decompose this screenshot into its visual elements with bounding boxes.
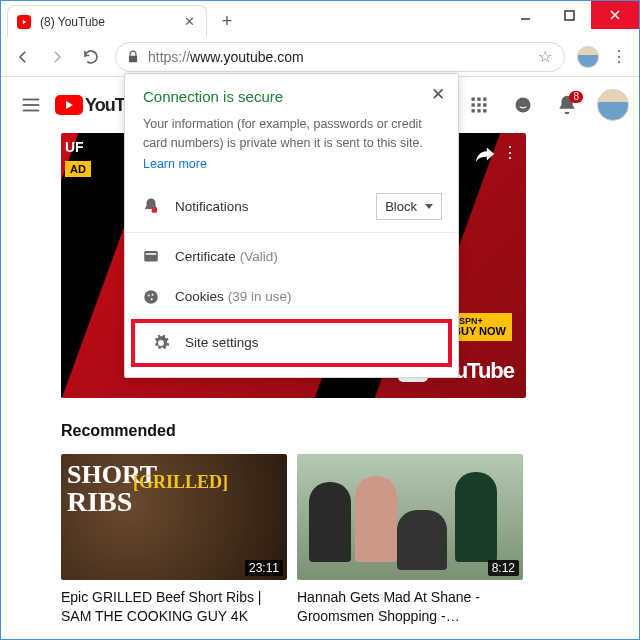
svg-rect-2	[565, 11, 574, 20]
video-card[interactable]: 8:12 Hannah Gets Mad At Shane - Groomsme…	[297, 454, 523, 626]
svg-rect-14	[472, 109, 475, 112]
section-title: Recommended	[61, 422, 579, 440]
ad-tag: AD	[65, 161, 91, 177]
profile-avatar-small[interactable]	[577, 46, 599, 68]
svg-rect-20	[146, 253, 157, 255]
profile-avatar[interactable]	[597, 89, 629, 121]
cookies-row[interactable]: Cookies(39 in use)	[125, 277, 458, 317]
svg-point-22	[148, 294, 150, 296]
reload-button[interactable]	[75, 41, 107, 73]
hamburger-menu-icon[interactable]	[11, 85, 51, 125]
forward-button[interactable]	[41, 41, 73, 73]
tab-close-icon[interactable]: ✕	[182, 15, 196, 29]
youtube-favicon	[16, 14, 32, 30]
cookie-icon	[141, 287, 161, 307]
svg-rect-16	[483, 109, 486, 112]
svg-rect-18	[152, 208, 157, 213]
popup-title: Connection is secure	[143, 88, 440, 105]
notifications-row: Notifications Block	[125, 185, 458, 228]
minimize-button[interactable]	[503, 1, 547, 29]
svg-rect-9	[477, 98, 480, 101]
svg-point-21	[144, 290, 158, 304]
svg-point-17	[516, 98, 531, 113]
video-thumbnail: SHORT RIBS [GRILLED] 23:11	[61, 454, 287, 580]
svg-point-23	[152, 293, 154, 295]
svg-rect-19	[144, 251, 158, 262]
duration-badge: 23:11	[245, 560, 283, 576]
duration-badge: 8:12	[488, 560, 519, 576]
url-field[interactable]: https://www.youtube.com ☆	[115, 42, 565, 72]
titlebar: (8) YouTube ✕ +	[1, 1, 639, 37]
svg-rect-12	[477, 103, 480, 106]
video-title: Epic GRILLED Beef Short Ribs | SAM THE C…	[61, 588, 287, 626]
svg-rect-15	[477, 109, 480, 112]
svg-rect-10	[483, 98, 486, 101]
banner-text: UF	[65, 139, 84, 155]
lock-icon[interactable]	[122, 46, 144, 68]
svg-rect-13	[483, 103, 486, 106]
youtube-play-icon	[55, 95, 83, 115]
browser-window: (8) YouTube ✕ + https://www.youtube.com …	[0, 0, 640, 640]
certificate-icon	[141, 247, 161, 267]
new-tab-button[interactable]: +	[213, 7, 241, 35]
browser-tab[interactable]: (8) YouTube ✕	[7, 5, 207, 37]
window-close-button[interactable]	[591, 1, 639, 29]
svg-rect-8	[472, 98, 475, 101]
video-grid: SHORT RIBS [GRILLED] 23:11 Epic GRILLED …	[61, 454, 579, 626]
browser-menu-button[interactable]: ⋮	[605, 43, 633, 71]
maximize-button[interactable]	[547, 1, 591, 29]
video-card[interactable]: SHORT RIBS [GRILLED] 23:11 Epic GRILLED …	[61, 454, 287, 626]
video-thumbnail: 8:12	[297, 454, 523, 580]
learn-more-link[interactable]: Learn more	[125, 155, 458, 185]
notifications-select[interactable]: Block	[376, 193, 442, 220]
site-settings-row[interactable]: Site settings	[131, 319, 452, 367]
address-bar: https://www.youtube.com ☆ ⋮	[1, 37, 639, 77]
close-icon[interactable]: ✕	[428, 84, 448, 104]
notifications-bell-icon[interactable]: 8	[547, 85, 587, 125]
youtube-actions: 8	[459, 85, 629, 125]
bookmark-star-icon[interactable]: ☆	[536, 48, 554, 66]
video-title: Hannah Gets Mad At Shane - Groomsmen Sho…	[297, 588, 523, 626]
share-icon[interactable]	[474, 143, 496, 169]
popup-description: Your information (for example, passwords…	[125, 111, 458, 155]
tab-title: (8) YouTube	[40, 15, 182, 29]
notification-badge: 8	[569, 91, 583, 103]
url-text: https://www.youtube.com	[148, 49, 304, 65]
more-options-icon[interactable]: ⋮	[502, 143, 518, 162]
site-info-popup: Connection is secure ✕ Your information …	[124, 73, 459, 378]
bell-icon	[141, 196, 161, 216]
gear-icon	[151, 333, 171, 353]
back-button[interactable]	[7, 41, 39, 73]
window-controls	[503, 1, 639, 29]
svg-point-24	[151, 298, 153, 300]
notifications-label: Notifications	[175, 199, 249, 214]
apps-grid-icon[interactable]	[459, 85, 499, 125]
messages-icon[interactable]	[503, 85, 543, 125]
svg-rect-11	[472, 103, 475, 106]
certificate-row[interactable]: Certificate(Valid)	[125, 237, 458, 277]
